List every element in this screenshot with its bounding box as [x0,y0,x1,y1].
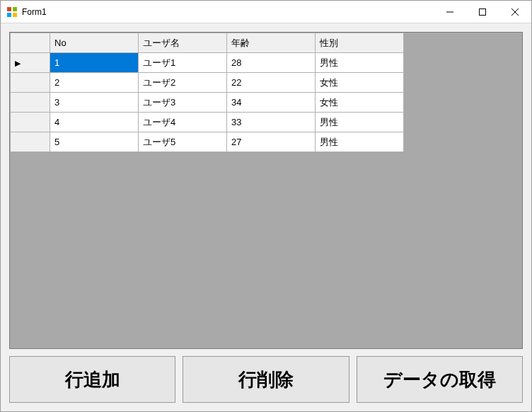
cell-no[interactable]: 5 [50,132,139,152]
window-title: Form1 [22,7,434,17]
svg-rect-0 [7,7,11,11]
datagrid[interactable]: No ユーザ名 年齢 性別 ▶1ユーザ128男性2ユーザ222女性3ユーザ334… [10,33,404,152]
add-row-button[interactable]: 行追加 [9,356,175,403]
row-header[interactable]: ▶ [11,53,50,73]
row-header[interactable] [11,73,50,93]
delete-row-button[interactable]: 行削除 [183,356,349,403]
fetch-data-button[interactable]: データの取得 [357,356,523,403]
minimize-button[interactable] [434,1,466,23]
cell-no[interactable]: 3 [50,93,139,113]
client-area: No ユーザ名 年齢 性別 ▶1ユーザ128男性2ユーザ222女性3ユーザ334… [1,23,531,411]
cell-age[interactable]: 27 [227,132,316,152]
current-row-indicator-icon: ▶ [15,59,21,67]
datagrid-container: No ユーザ名 年齢 性別 ▶1ユーザ128男性2ユーザ222女性3ユーザ334… [9,32,523,349]
svg-rect-5 [480,8,486,15]
cell-age[interactable]: 22 [227,73,316,93]
column-header-sex[interactable]: 性別 [316,33,404,53]
rowheader-corner[interactable] [11,33,50,53]
button-row: 行追加 行削除 データの取得 [9,356,523,403]
cell-age[interactable]: 28 [227,53,316,73]
cell-user[interactable]: ユーザ2 [139,73,227,93]
svg-rect-3 [13,13,17,17]
row-header[interactable] [11,113,50,132]
row-header[interactable] [11,132,50,152]
datagrid-header-row: No ユーザ名 年齢 性別 [11,33,404,53]
close-button[interactable] [499,1,531,23]
cell-sex[interactable]: 女性 [316,73,404,93]
cell-sex[interactable]: 女性 [316,93,404,113]
cell-age[interactable]: 33 [227,113,316,132]
cell-user[interactable]: ユーザ5 [139,132,227,152]
column-header-user[interactable]: ユーザ名 [139,33,227,53]
app-icon [6,6,18,18]
cell-no[interactable]: 4 [50,113,139,132]
cell-sex[interactable]: 男性 [316,53,404,73]
titlebar[interactable]: Form1 [1,1,531,23]
table-row[interactable]: ▶1ユーザ128男性 [11,53,404,73]
cell-user[interactable]: ユーザ1 [139,53,227,73]
svg-rect-2 [7,13,11,17]
cell-user[interactable]: ユーザ4 [139,113,227,132]
cell-sex[interactable]: 男性 [316,113,404,132]
row-header[interactable] [11,93,50,113]
cell-sex[interactable]: 男性 [316,132,404,152]
table-row[interactable]: 2ユーザ222女性 [11,73,404,93]
cell-age[interactable]: 34 [227,93,316,113]
table-row[interactable]: 4ユーザ433男性 [11,113,404,132]
column-header-no[interactable]: No [50,33,139,53]
column-header-age[interactable]: 年齢 [227,33,316,53]
table-row[interactable]: 5ユーザ527男性 [11,132,404,152]
table-row[interactable]: 3ユーザ334女性 [11,93,404,113]
window-frame: Form1 No ユーザ名 年齢 性別 [0,0,532,412]
svg-rect-1 [13,7,17,11]
cell-user[interactable]: ユーザ3 [139,93,227,113]
maximize-button[interactable] [466,1,499,23]
cell-no[interactable]: 2 [50,73,139,93]
cell-no[interactable]: 1 [50,53,139,73]
